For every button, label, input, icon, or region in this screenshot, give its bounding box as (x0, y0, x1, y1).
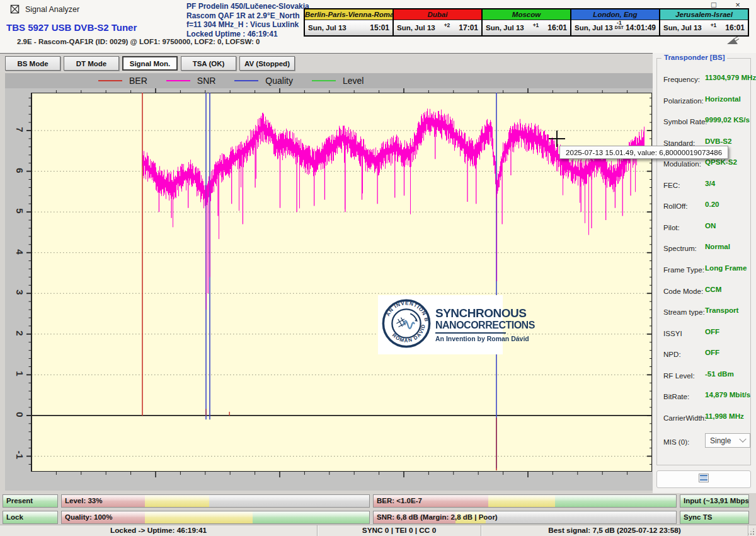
signal-analyzer-window: Signal Analyzer □ × PF Prodelin 450/Luče… (0, 0, 756, 536)
statusbar-section-3 (748, 525, 756, 536)
field-label: Frequency: (663, 75, 700, 83)
site-line: PF Prodelin 450/Lučenec-Slovakia (186, 2, 309, 11)
y-axis-label: 2 (14, 327, 25, 339)
stream-list-button[interactable] (656, 470, 751, 488)
transponder-row-frequency: Frequency:11304,979 MHz (663, 73, 748, 82)
meter-quality-100: Quality: 100% (61, 511, 370, 524)
transponder-row-rolloff: RollOff:0.20 (663, 200, 748, 209)
meter-label: Input (~13,91 Mbps) (684, 495, 749, 506)
field-value: 9999,02 KS/s (705, 115, 750, 124)
field-label: FEC: (663, 181, 680, 189)
app-icon (10, 4, 20, 14)
field-value: OFF (705, 348, 719, 356)
clock-city-label: Berlin-Paris-Vienna-Roma (305, 9, 392, 20)
window-title: Signal Analyzer (25, 5, 79, 14)
meter-level-33: Level: 33% (61, 494, 370, 508)
y-axis-label: 4 (14, 245, 25, 258)
meter-segment-green (253, 511, 369, 523)
field-label: Polarization: (663, 96, 704, 105)
clock-date: Sun, Jul 13 (397, 24, 435, 32)
field-label: BitRate: (663, 392, 689, 400)
clock-offset-value: +1 (711, 23, 717, 28)
meter-segment-green (555, 495, 676, 507)
field-value: ON (705, 221, 716, 230)
clock-time: 14:01:49 (626, 23, 656, 32)
watermark-line2: NANOCORRECTIONS (435, 320, 535, 330)
field-value: Long Frame (705, 264, 747, 272)
meter-label: Lock (6, 511, 23, 523)
clock-utc-offset: +1 (533, 23, 539, 28)
watermark-line1: SYNCHRONOUS (435, 307, 535, 320)
field-label: Stream type: (663, 308, 705, 316)
transponder-row-standard: Standard:DVB-S2 (663, 137, 748, 146)
meter-segment-gray (486, 511, 676, 523)
field-label: CarrierWidth: (663, 414, 706, 422)
legend-item-quality: Quality (234, 76, 293, 86)
site-line: f=11 304 MHz_H : Vicus Luxlink (186, 20, 309, 30)
field-label: Modulation: (663, 160, 701, 168)
legend-label: Level (343, 76, 364, 86)
tab-av-stopped[interactable]: AV (Stopped) (239, 56, 295, 71)
field-value: CCM (705, 285, 721, 293)
clock-city-label: London, Eng (571, 9, 659, 20)
clock-utc-offset: +1 (711, 23, 717, 28)
site-line: Locked Uptime : 46:19:41 (186, 30, 309, 39)
field-label: RF Level: (663, 371, 695, 380)
meter-label: Quality: 100% (65, 511, 112, 523)
clock-offset-value: +1 (533, 23, 539, 28)
transponder-row-bitrate: BitRate:14,879 Mbit/s (663, 390, 748, 399)
clock-time-row: Sun, Jul 13+116:01 (660, 20, 748, 35)
meter-label: Sync TS (684, 511, 712, 523)
clock-offset-value: -1 (615, 21, 624, 25)
watermark-divider (435, 332, 506, 334)
tab-bs-mode[interactable]: BS Mode (5, 56, 60, 71)
transponder-row-frame-type: Frame Type:Long Frame (663, 264, 748, 272)
meter-row: PresentLevel: 33%BER: <1.0E-7Input (~13,… (0, 494, 756, 508)
meter-segment-yellow (488, 495, 555, 507)
field-value: QPSK-S2 (705, 158, 737, 166)
tab-signal-mon[interactable]: Signal Mon. (122, 56, 178, 71)
transponder-panel: Transponder [BS] Frequency:11304,979 MHz… (653, 53, 756, 493)
field-label: Code Mode: (663, 287, 703, 295)
status-meters: PresentLevel: 33%BER: <1.0E-7Input (~13,… (0, 494, 756, 527)
tab-bar: BS ModeDT ModeSignal Mon.TSA (OK)AV (Sto… (0, 54, 756, 72)
meter-present: Present (3, 494, 58, 508)
clock-date: Sun, Jul 13 (575, 24, 613, 32)
clock-berlin-paris-vienna-roma: Berlin-Paris-Vienna-RomaSun, Jul 1315:01 (304, 8, 394, 37)
statusbar-section-1: SYNC 0 | TEI 0 | CC 0 (318, 525, 481, 536)
clock-time: 15:01 (370, 23, 389, 32)
field-label: RollOff: (663, 202, 687, 210)
meter-segment-yellow (145, 511, 253, 523)
mis-select[interactable]: Single (705, 433, 750, 448)
clock-time: 16:01 (547, 23, 567, 32)
clock-utc-offset: +2 (444, 23, 450, 28)
watermark-line3: An Invention by Roman Dávid (435, 335, 535, 342)
field-value: 3/4 (705, 179, 715, 187)
field-value: 11,998 MHz (705, 412, 744, 420)
site-line: Rascom QAF 1R at 2.9°E_North (186, 11, 309, 21)
mis-row: MIS (0): Single (663, 436, 745, 451)
meter-sync-ts: Sync TS (680, 511, 749, 524)
y-axis-label: 3 (14, 286, 25, 299)
tab-dt-mode[interactable]: DT Mode (64, 56, 119, 71)
y-axis-label: 7 (14, 124, 25, 136)
legend-swatch (166, 80, 190, 81)
y-axis-label: 6 (14, 164, 25, 177)
transponder-row-polarization: Polarization:Horizontal (663, 95, 748, 103)
legend-label: SNR (197, 76, 216, 86)
crosshair-cursor (549, 131, 565, 147)
watermark-text: SYNCHRONOUS NANOCORRECTIONS An Invention… (435, 307, 535, 342)
meter-ber-1-0e-7: BER: <1.0E-7 (373, 494, 677, 508)
mis-selected-value: Single (710, 436, 731, 445)
statusbar-section-0: Locked -> Uptime: 46:19:41 (0, 525, 318, 536)
legend-swatch (312, 80, 336, 81)
resize-grip[interactable] (748, 528, 755, 535)
field-value: Horizontal (705, 95, 741, 103)
field-label: NPD: (663, 350, 681, 358)
y-axis-label: 5 (14, 205, 25, 218)
tab-tsa-ok[interactable]: TSA (OK) (181, 56, 236, 71)
watermark-badge-icon: AN INVENTION BY ROMAN DÁVID (382, 299, 431, 351)
clock-time-row: Sun, Jul 13-1DST14:01:49 (571, 20, 659, 35)
field-value: -51 dBm (705, 370, 734, 378)
transponder-row-fec: FEC:3/4 (663, 179, 748, 188)
